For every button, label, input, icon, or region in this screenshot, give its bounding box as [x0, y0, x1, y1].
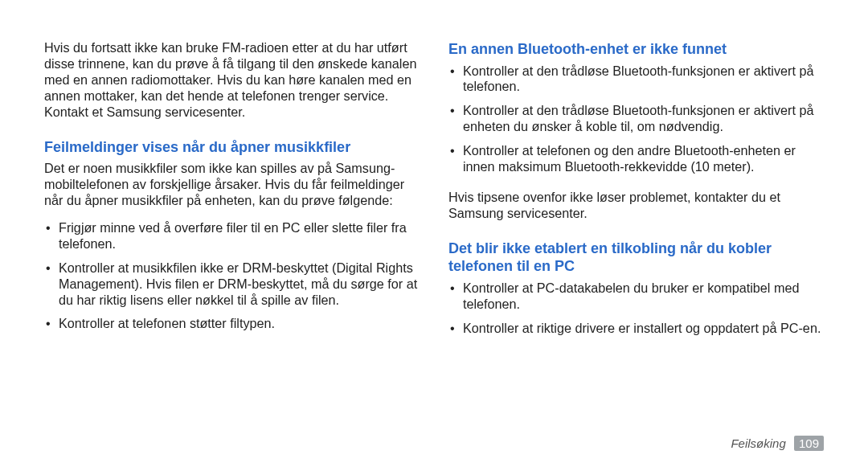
- music-errors-intro: Det er noen musikkfiler som ikke kan spi…: [44, 161, 420, 209]
- heading-bluetooth-notfound: En annen Bluetooth-enhet er ikke funnet: [448, 40, 824, 59]
- list-item: Kontroller at telefonen og den andre Blu…: [448, 143, 824, 175]
- list-item: Frigjør minne ved å overføre filer til e…: [44, 220, 420, 252]
- footer-section-label: Feilsøking: [731, 436, 785, 450]
- right-column: En annen Bluetooth-enhet er ikke funnet …: [442, 40, 824, 455]
- document-page: Hvis du fortsatt ikke kan bruke FM-radio…: [0, 0, 868, 471]
- list-item: Kontroller at PC-datakabelen du bruker e…: [448, 281, 824, 313]
- bluetooth-contact-paragraph: Hvis tipsene ovenfor ikke løser probleme…: [448, 190, 824, 222]
- music-errors-list: Frigjør minne ved å overføre filer til e…: [44, 220, 420, 341]
- list-item: Kontroller at riktige drivere er install…: [448, 321, 824, 337]
- page-footer: Feilsøking 109: [731, 436, 824, 450]
- heading-pc-connection: Det blir ikke etablert en tilkobling når…: [448, 240, 824, 276]
- list-item: Kontroller at den trådløse Bluetooth-fun…: [448, 103, 824, 135]
- intro-paragraph: Hvis du fortsatt ikke kan bruke FM-radio…: [44, 40, 420, 121]
- bluetooth-list: Kontroller at den trådløse Bluetooth-fun…: [448, 63, 824, 184]
- left-column: Hvis du fortsatt ikke kan bruke FM-radio…: [44, 40, 442, 455]
- heading-music-errors: Feilmeldinger vises når du åpner musikkf…: [44, 138, 420, 157]
- footer-page-number: 109: [794, 436, 824, 451]
- list-item: Kontroller at telefonen støtter filtypen…: [44, 316, 420, 332]
- list-item: Kontroller at den trådløse Bluetooth-fun…: [448, 63, 824, 96]
- list-item: Kontroller at musikkfilen ikke er DRM-be…: [44, 260, 420, 309]
- pc-connection-list: Kontroller at PC-datakabelen du bruker e…: [448, 281, 824, 345]
